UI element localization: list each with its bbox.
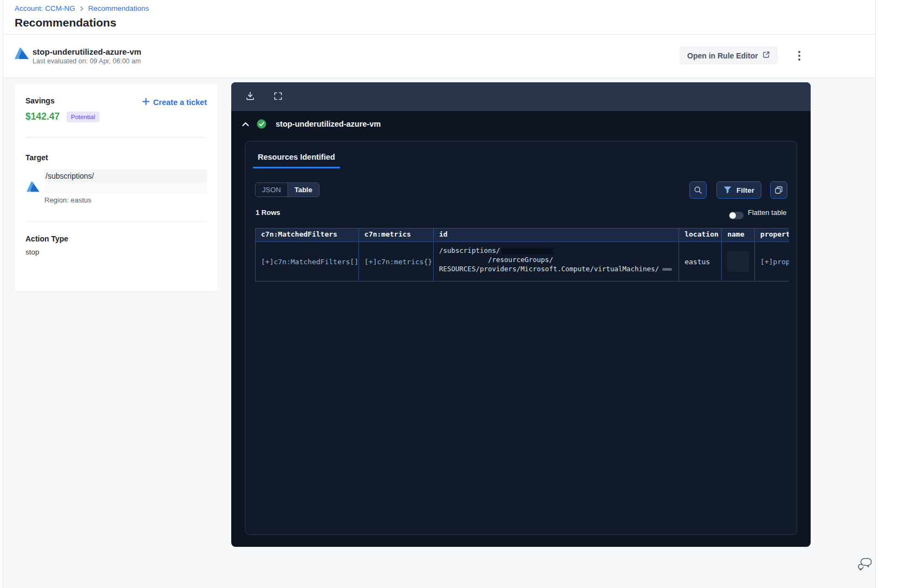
fullscreen-button[interactable] (273, 92, 283, 102)
chevron-right-icon (80, 6, 84, 11)
plus-icon (142, 98, 149, 107)
savings-label: Savings (25, 96, 55, 105)
toggle-knob (729, 212, 736, 219)
column-header-matchedfilters[interactable]: c7n:MatchedFilters (256, 228, 359, 242)
right-gutter (875, 0, 900, 588)
chat-widget-button[interactable] (858, 556, 874, 572)
filter-button[interactable]: Filter (716, 181, 761, 199)
target-region: Region: eastus (44, 196, 92, 204)
column-header-properties[interactable]: properties (755, 228, 789, 242)
tab-resources-identified[interactable]: Resources Identified (258, 153, 335, 161)
resources-table-wrapper: c7n:MatchedFilters c7n:metrics id locati… (255, 228, 789, 282)
resources-viewer-panel: stop-underutilized-azure-vm Resources Id… (231, 82, 811, 547)
create-ticket-label: Create a ticket (153, 98, 207, 107)
azure-logo-icon (15, 48, 29, 62)
open-in-rule-editor-label: Open in Rule Editor (687, 51, 758, 60)
collapse-chevron-icon[interactable] (242, 122, 249, 127)
card-divider (25, 221, 207, 221)
id-line-2: /resourceGroups/ (439, 255, 674, 264)
external-link-icon (762, 51, 770, 60)
flatten-table-toggle[interactable] (729, 212, 744, 219)
rows-count: 1 Rows (256, 208, 281, 217)
success-check-icon (257, 119, 266, 129)
download-icon (245, 91, 255, 102)
view-mode-json[interactable]: JSON (256, 183, 288, 197)
open-in-rule-editor-button[interactable]: Open in Rule Editor (680, 47, 778, 64)
cell-location[interactable]: eastus (679, 242, 722, 282)
fullscreen-icon (273, 92, 283, 102)
more-options-menu-button[interactable] (795, 49, 804, 62)
savings-amount: $142.47 (25, 111, 60, 122)
table-row: [+]c7n:MatchedFilters[] [+]c7n:metrics{}… (256, 242, 789, 282)
filter-label: Filter (736, 186, 754, 194)
resources-identified-card: Resources Identified JSON Table Filter (245, 141, 797, 535)
action-type-value: stop (25, 248, 40, 256)
cell-matchedfilters[interactable]: [+]c7n:MatchedFilters[] (256, 242, 359, 282)
viewer-rule-name: stop-underutilized-azure-vm (276, 120, 381, 128)
viewer-toolbar (231, 82, 811, 111)
chat-bubbles-icon (858, 557, 874, 571)
search-icon (694, 186, 702, 194)
column-header-metrics[interactable]: c7n:metrics (359, 228, 434, 242)
recommendations-page: Account: CCM-NG Recommendations Recommen… (0, 0, 900, 588)
resources-table: c7n:MatchedFilters c7n:metrics id locati… (255, 228, 789, 282)
column-header-name[interactable]: name (722, 228, 755, 242)
target-label: Target (25, 153, 48, 162)
rule-name-heading: stop-underutilized-azure-vm (32, 47, 141, 56)
table-header-row: c7n:MatchedFilters c7n:metrics id locati… (256, 228, 789, 242)
breadcrumb-account-link[interactable]: Account: CCM-NG (15, 4, 75, 12)
action-type-label: Action Type (25, 234, 68, 243)
card-divider (25, 137, 207, 138)
breadcrumb: Account: CCM-NG Recommendations (15, 4, 149, 12)
redacted-value (727, 251, 749, 272)
recommendation-summary-card: Savings Create a ticket $142.47 Potentia… (15, 84, 218, 291)
id-line-3: RESOURCES/providers/Microsoft.Compute/vi… (439, 265, 659, 273)
savings-type-badge: Potential (67, 112, 100, 122)
download-button[interactable] (245, 91, 255, 102)
viewer-rule-row: stop-underutilized-azure-vm (242, 119, 381, 129)
flatten-table-label: Flatten table (748, 208, 787, 217)
breadcrumb-current-link[interactable]: Recommendations (88, 4, 149, 12)
cell-metrics[interactable]: [+]c7n:metrics{} (359, 242, 434, 282)
cell-id[interactable]: /subscriptions/ /resourceGroups/ RESOURC… (434, 242, 680, 282)
create-ticket-button[interactable]: Create a ticket (142, 98, 207, 107)
filter-funnel-icon (723, 186, 732, 194)
header-divider (3, 34, 875, 35)
copy-button[interactable] (770, 181, 787, 199)
view-mode-table[interactable]: Table (288, 183, 319, 197)
id-line-1: /subscriptions/ (439, 246, 500, 254)
page-title: Recommendations (15, 16, 116, 29)
active-tab-underline (253, 167, 340, 168)
target-path-block: /subscriptions/ (44, 169, 207, 194)
rule-last-evaluated: Last evaluated on: 09 Apr, 06:00 am (32, 57, 141, 65)
cell-properties[interactable]: [+]properties{} (755, 242, 789, 282)
redacted-value (662, 268, 672, 271)
azure-target-icon (27, 181, 40, 195)
column-header-location[interactable]: location (679, 228, 722, 242)
column-header-id[interactable]: id (434, 228, 680, 242)
target-path-redacted (44, 182, 207, 194)
cell-name[interactable] (722, 242, 755, 282)
view-mode-toggle: JSON Table (255, 182, 319, 197)
copy-icon (774, 186, 783, 194)
target-path: /subscriptions/ (44, 169, 207, 182)
search-button[interactable] (689, 181, 707, 199)
redacted-value (501, 248, 553, 254)
